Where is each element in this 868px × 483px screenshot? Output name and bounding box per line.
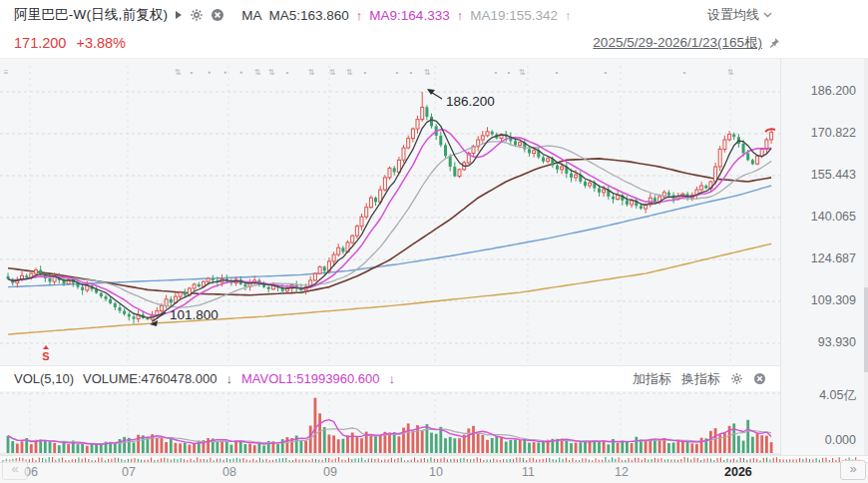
price-tick: 186.200	[780, 84, 856, 98]
gear-icon[interactable]	[190, 8, 204, 22]
chart-header: 阿里巴巴-W(日线,前复权) MA MA5:163.860 ↑ MA9:164.…	[0, 0, 868, 30]
svg-text:•: •	[508, 68, 511, 77]
price-tick: 140.065	[780, 210, 856, 224]
chevron-down-icon	[763, 12, 772, 18]
svg-text:•: •	[364, 68, 367, 77]
svg-text:•: •	[396, 68, 399, 77]
svg-text:•: •	[191, 68, 194, 77]
switch-indicator-button[interactable]: 换指标	[681, 370, 720, 388]
svg-text:186.200: 186.200	[446, 94, 495, 109]
year-label: 2026	[724, 465, 752, 479]
price-tick: 109.309	[780, 293, 856, 307]
month-label: 08	[222, 465, 236, 479]
ma-settings-button[interactable]: 设置均线	[707, 6, 772, 24]
history-overview-strip[interactable]	[0, 455, 868, 463]
svg-text:▪: ▪	[240, 68, 243, 77]
svg-text:⇅: ⇅	[346, 68, 353, 77]
month-label: 07	[122, 465, 136, 479]
volume-down-arrow: ↓	[225, 371, 232, 386]
last-price: 171.200	[14, 35, 66, 51]
month-label: 09	[323, 465, 337, 479]
volume-value: VOLUME:4760478.000	[83, 371, 217, 386]
volume-axis-min: 0.000	[780, 433, 856, 447]
volume-axis-max: 4.05亿	[780, 387, 856, 404]
svg-text:•: •	[286, 68, 289, 77]
ma5-value: MA5:163.860	[269, 8, 349, 23]
date-range-link[interactable]: 2025/5/29-2026/1/23(165根)	[593, 34, 762, 52]
price-tick: 170.822	[780, 126, 856, 140]
indicator-gear-icon[interactable]	[730, 372, 743, 385]
scrollbar-thumb[interactable]	[864, 287, 868, 372]
price-tick: 124.687	[780, 251, 856, 265]
svg-text:≡: ≡	[4, 68, 9, 77]
svg-text:⇅: ⇅	[329, 68, 336, 77]
month-label: 11	[522, 465, 535, 479]
ma9-up-arrow: ↑	[457, 8, 464, 23]
price-change-percent: +3.88%	[76, 35, 126, 51]
indicator-close-icon[interactable]	[753, 372, 766, 385]
volume-header: VOL(5,10) VOLUME:4760478.000 ↓ MAVOL1:51…	[0, 365, 780, 391]
mavol1-down-arrow: ↓	[388, 371, 395, 386]
time-axis: 06 07 08 09 10 11 12 2026	[0, 463, 868, 483]
svg-text:•: •	[495, 68, 498, 77]
svg-text:⇅: ⇅	[268, 68, 275, 77]
mavol1-value: MAVOL1:51993960.600	[241, 371, 380, 386]
price-tick: 155.443	[780, 168, 856, 182]
scroll-right-button[interactable]: »	[840, 460, 866, 480]
pin-icon[interactable]	[767, 37, 780, 50]
svg-text:⇅: ⇅	[727, 68, 734, 77]
svg-text:⇅: ⇅	[308, 68, 315, 77]
price-subheader: 171.200 +3.88% 2025/5/29-2026/1/23(165根)	[0, 28, 868, 58]
svg-text:⇅: ⇅	[175, 68, 182, 77]
scroll-left-button[interactable]: «	[2, 460, 28, 480]
svg-text:•: •	[556, 68, 559, 77]
chart-scrollbar[interactable]	[864, 58, 868, 455]
svg-text:S: S	[42, 350, 49, 362]
main-candlestick-chart[interactable]: ≡⇅•▪▪▪⇅⇅•⇅⇅⇅•••⇅••⇅•••⇅186.200101.800S	[0, 58, 780, 365]
svg-text:⇅: ⇅	[519, 68, 526, 77]
expand-caret-icon[interactable]	[175, 10, 183, 20]
close-indicator-icon[interactable]	[211, 8, 224, 22]
month-label: 10	[429, 465, 443, 479]
month-label: 12	[615, 465, 629, 479]
ma19-value: MA19:155.342	[470, 8, 558, 23]
volume-chart[interactable]	[0, 391, 780, 455]
svg-text:⇅: ⇅	[424, 68, 431, 77]
ma5-up-arrow: ↑	[356, 8, 363, 23]
svg-text:101.800: 101.800	[170, 307, 218, 322]
svg-text:▪: ▪	[209, 68, 212, 77]
svg-text:⇅: ⇅	[254, 68, 261, 77]
svg-text:•: •	[683, 68, 686, 77]
svg-text:•: •	[605, 68, 608, 77]
price-tick: 93.930	[780, 335, 856, 349]
add-indicator-button[interactable]: 加指标	[633, 370, 671, 388]
ma19-up-arrow: ↑	[565, 8, 572, 23]
ma9-value: MA9:164.333	[369, 8, 449, 23]
svg-text:•: •	[410, 68, 413, 77]
symbol-title: 阿里巴巴-W(日线,前复权)	[14, 6, 168, 24]
svg-text:▪: ▪	[224, 68, 227, 77]
ma-group-label: MA	[241, 8, 261, 23]
vol-indicator-label: VOL(5,10)	[14, 371, 74, 386]
